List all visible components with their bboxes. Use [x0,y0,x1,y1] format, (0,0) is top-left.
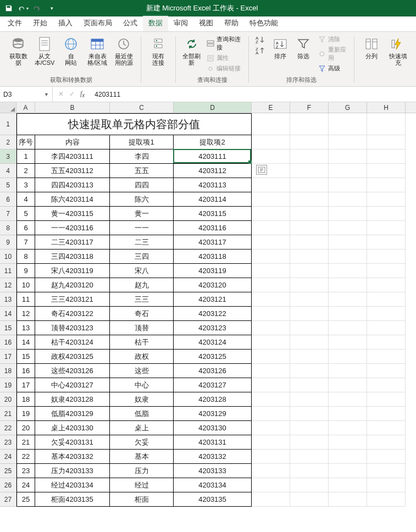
sheet-title-cell[interactable]: 快速提取单元格内容部分值 [16,113,252,135]
row-header-3[interactable]: 3 [0,149,16,164]
row-header-25[interactable]: 25 [0,464,16,478]
cell-ext1-23[interactable]: 欠妥 [110,435,174,450]
cell-content-17[interactable]: 政权4203125 [35,350,110,364]
cell-content-15[interactable]: 顶替4203123 [35,321,110,335]
cell-ext1-12[interactable]: 赵九 [110,278,174,292]
header-seq[interactable]: 序号 [16,135,35,149]
cell-ext2-13[interactable]: 4203121 [174,292,252,307]
cell-E24[interactable] [252,450,290,464]
cell-H26[interactable] [367,478,406,492]
cell-content-3[interactable]: 李四4203111 [35,149,110,164]
cell-G1[interactable] [329,113,367,135]
undo-icon[interactable]: ▾ [18,3,29,14]
cell-G16[interactable] [329,335,367,350]
row-header-15[interactable]: 15 [0,321,16,335]
cell-ext2-15[interactable]: 4203123 [174,321,252,335]
cell-G4[interactable] [329,164,367,178]
cell-H17[interactable] [367,350,406,364]
cell-seq-23[interactable]: 21 [16,435,35,450]
cell-ext1-6[interactable]: 陈六 [110,192,174,207]
cell-ext1-27[interactable]: 柜面 [110,492,174,507]
cell-F2[interactable] [290,135,329,149]
col-header-E[interactable]: E [252,102,290,113]
cell-F18[interactable] [290,364,329,378]
cell-H19[interactable] [367,378,406,392]
cell-F27[interactable] [290,492,329,507]
cell-H1[interactable] [367,113,406,135]
cell-content-16[interactable]: 枯干4203124 [35,335,110,350]
text-to-columns-button[interactable]: 分列 [359,34,384,62]
cell-content-9[interactable]: 二三4203117 [35,235,110,250]
cell-content-6[interactable]: 陈六4203114 [35,192,110,207]
cell-F8[interactable] [290,221,329,235]
cell-ext1-21[interactable]: 低脂 [110,407,174,421]
filter-button[interactable]: 筛选 [292,34,315,62]
cell-H23[interactable] [367,435,406,450]
header-content[interactable]: 内容 [35,135,110,149]
cell-content-14[interactable]: 奇石4203122 [35,307,110,321]
cell-content-22[interactable]: 桌上4203130 [35,421,110,435]
row-header-11[interactable]: 11 [0,264,16,278]
row-header-26[interactable]: 26 [0,478,16,492]
cell-E20[interactable] [252,392,290,407]
tab-开始[interactable]: 开始 [27,15,53,31]
cell-ext1-16[interactable]: 枯干 [110,335,174,350]
cell-ext2-26[interactable]: 4203134 [174,478,252,492]
tab-页面布局[interactable]: 页面布局 [78,15,118,31]
cell-ext1-5[interactable]: 四四 [110,178,174,192]
cell-content-7[interactable]: 黄一4203115 [35,207,110,221]
row-header-7[interactable]: 7 [0,207,16,221]
row-header-20[interactable]: 20 [0,392,16,407]
cell-ext2-23[interactable]: 4203131 [174,435,252,450]
cell-F20[interactable] [290,392,329,407]
col-header-D[interactable]: D [174,102,252,113]
cell-content-4[interactable]: 五五4203112 [35,164,110,178]
cell-ext2-12[interactable]: 4203120 [174,278,252,292]
advanced-filter-button[interactable]: 高级 [316,63,350,74]
tab-视图[interactable]: 视图 [193,15,219,31]
clear-filter-button[interactable]: 清除 [316,34,350,45]
chevron-down-icon[interactable]: ▼ [44,92,49,97]
cell-content-25[interactable]: 压力4203133 [35,464,110,478]
cell-ext1-8[interactable]: 一一 [110,221,174,235]
row-header-4[interactable]: 4 [0,164,16,178]
cell-ext2-21[interactable]: 4203129 [174,407,252,421]
sort-button[interactable]: AZ 排序 [269,34,291,62]
cell-ext1-7[interactable]: 黄一 [110,207,174,221]
cell-ext2-9[interactable]: 4203117 [174,235,252,250]
cell-seq-17[interactable]: 15 [16,350,35,364]
cancel-icon[interactable]: ✕ [58,90,64,98]
cell-ext2-11[interactable]: 4203119 [174,264,252,278]
cell-E2[interactable] [252,135,290,149]
cell-G15[interactable] [329,321,367,335]
flash-fill-smart-tag[interactable] [256,165,267,175]
cell-F26[interactable] [290,478,329,492]
cell-content-27[interactable]: 柜面4203135 [35,492,110,507]
cell-G6[interactable] [329,192,367,207]
cell-G23[interactable] [329,435,367,450]
cell-E21[interactable] [252,407,290,421]
cell-H21[interactable] [367,407,406,421]
cell-ext2-7[interactable]: 4203115 [174,207,252,221]
cell-seq-14[interactable]: 12 [16,307,35,321]
cell-seq-12[interactable]: 10 [16,278,35,292]
cell-E22[interactable] [252,421,290,435]
cell-H11[interactable] [367,264,406,278]
cell-seq-18[interactable]: 16 [16,364,35,378]
row-header-13[interactable]: 13 [0,292,16,307]
cell-F10[interactable] [290,250,329,264]
row-header-18[interactable]: 18 [0,364,16,378]
edit-links-button[interactable]: 编辑链接 [204,63,245,74]
cell-seq-27[interactable]: 25 [16,492,35,507]
cell-E5[interactable] [252,178,290,192]
cell-E18[interactable] [252,364,290,378]
cell-E11[interactable] [252,264,290,278]
cell-ext2-25[interactable]: 4203133 [174,464,252,478]
cell-seq-9[interactable]: 7 [16,235,35,250]
row-header-1[interactable]: 1 [0,113,16,135]
cell-seq-24[interactable]: 22 [16,450,35,464]
cell-G21[interactable] [329,407,367,421]
cell-ext1-17[interactable]: 政权 [110,350,174,364]
col-header-F[interactable]: F [290,102,329,113]
tab-公式[interactable]: 公式 [118,15,143,31]
